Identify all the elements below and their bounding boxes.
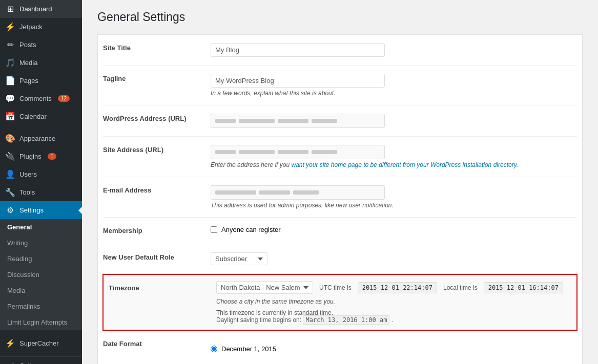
new-user-role-label: New User Default Role [103, 250, 211, 264]
appearance-icon: 🎨 [5, 134, 15, 143]
date-format-radio[interactable] [211, 346, 217, 352]
timezone-description: Choose a city in the same timezone as yo… [216, 298, 571, 305]
wp-address-label: WordPress Address (URL) [103, 112, 211, 125]
sidebar-item-label: Collapse menu [19, 362, 64, 364]
utc-label: UTC time is [319, 284, 352, 291]
wp-address-input[interactable] [211, 114, 385, 128]
tagline-input[interactable] [211, 74, 385, 88]
page-title: General Settings [97, 10, 583, 24]
timezone-top: North Dakota - New Salem UTC America/Chi… [216, 281, 571, 294]
site-address-link[interactable]: want your site home page to be different… [291, 161, 518, 168]
sidebar-item-appearance[interactable]: 🎨 Appearance [0, 130, 82, 147]
blur-block [215, 119, 236, 123]
settings-icon: ⚙ [5, 205, 15, 215]
jetpack-icon: ⚡ [5, 22, 15, 32]
sidebar-item-posts[interactable]: ✏ Posts [0, 36, 82, 54]
email-label: E-mail Address [103, 183, 211, 197]
submenu-item-limit-login[interactable]: Limit Login Attempts [0, 314, 82, 330]
date-format-options: December 1, 2015 [211, 339, 577, 359]
sidebar-item-label: Jetpack [19, 23, 43, 31]
submenu-item-reading[interactable]: Reading [0, 251, 82, 267]
blur-block [239, 150, 275, 154]
sidebar-item-label: Plugins [19, 153, 42, 160]
submenu-item-permalinks[interactable]: Permalinks [0, 298, 82, 314]
tagline-description: In a few words, explain what this site i… [211, 90, 577, 97]
submenu-item-general[interactable]: General [0, 219, 82, 235]
site-address-row: Site Address (URL) Enter the address her… [103, 137, 577, 177]
date-format-value: December 1, 2015 [211, 337, 577, 361]
sidebar-item-label: Pages [19, 77, 38, 84]
blur-block [259, 190, 290, 195]
plugins-badge: 1 [48, 153, 57, 160]
membership-checkbox-row: Anyone can register [211, 226, 577, 233]
submenu-item-discussion[interactable]: Discussion [0, 267, 82, 283]
submenu-label: Reading [7, 255, 32, 263]
posts-icon: ✏ [5, 40, 15, 50]
membership-checkbox-label[interactable]: Anyone can register [221, 226, 281, 233]
sidebar-item-label: Posts [19, 41, 36, 49]
sidebar-item-pages[interactable]: 📄 Pages [0, 72, 82, 90]
sidebar-item-dashboard[interactable]: ⊞ Dashboard [0, 0, 82, 18]
blur-block [293, 190, 319, 195]
sidebar-item-calendar[interactable]: 📅 Calendar [0, 108, 82, 125]
dst-info: This timezone is currently in standard t… [216, 309, 571, 324]
tagline-label: Tagline [103, 72, 211, 85]
pages-icon: 📄 [5, 76, 15, 85]
date-format-label: Date Format [103, 337, 211, 351]
submenu-label: Writing [7, 239, 28, 247]
new-user-role-value: Subscriber Contributor Author Editor Adm… [211, 250, 577, 267]
standard-time-msg: This timezone is currently in standard t… [216, 309, 571, 316]
blur-block [278, 150, 308, 154]
site-address-value: Enter the address here if you want your … [211, 143, 577, 170]
sidebar-item-plugins[interactable]: 🔌 Plugins 1 [0, 147, 82, 165]
wp-address-row: WordPress Address (URL) [103, 105, 577, 137]
site-address-description: Enter the address here if you want your … [211, 161, 577, 168]
settings-submenu: General Writing Reading Discussion Media… [0, 219, 82, 330]
timezone-value: North Dakota - New Salem UTC America/Chi… [216, 281, 571, 324]
site-title-input[interactable] [211, 43, 385, 57]
submenu-label: Permalinks [7, 303, 40, 310]
submenu-label: Media [7, 287, 25, 294]
supercacher-icon: ⚡ [5, 338, 15, 348]
submenu-item-writing[interactable]: Writing [0, 235, 82, 251]
new-user-role-select[interactable]: Subscriber Contributor Author Editor Adm… [211, 252, 267, 265]
site-address-input[interactable] [211, 145, 385, 159]
membership-label: Membership [103, 224, 211, 238]
dst-date: March 13, 2016 1:00 am [303, 315, 389, 325]
local-label: Local time is [443, 284, 478, 291]
site-title-row: Site Title [103, 35, 577, 66]
blur-block [215, 150, 236, 154]
sidebar-item-jetpack[interactable]: ⚡ Jetpack [0, 18, 82, 36]
sidebar-item-users[interactable]: 👤 Users [0, 165, 82, 183]
wp-address-value [211, 112, 577, 130]
timezone-section: Timezone North Dakota - New Salem UTC Am… [102, 274, 578, 331]
sidebar-item-label: Media [19, 59, 37, 67]
collapse-icon: ◀ [5, 361, 15, 364]
membership-checkbox[interactable] [211, 226, 217, 233]
email-row: E-mail Address This address is used for … [103, 177, 577, 218]
sidebar-item-settings[interactable]: ⚙ Settings [0, 201, 82, 219]
sidebar-item-label: Calendar [19, 113, 47, 120]
local-time: 2015-12-01 16:14:07 [484, 282, 563, 293]
sidebar-item-tools[interactable]: 🔧 Tools [0, 183, 82, 201]
timezone-select[interactable]: North Dakota - New Salem UTC America/Chi… [216, 281, 313, 294]
sidebar-item-media[interactable]: 🎵 Media [0, 54, 82, 72]
sidebar-item-label: SuperCacher [19, 339, 59, 347]
tools-icon: 🔧 [5, 187, 15, 197]
submenu-item-media[interactable]: Media [0, 283, 82, 298]
sidebar: ⊞ Dashboard ⚡ Jetpack ✏ Posts 🎵 Media 📄 … [0, 0, 82, 364]
sidebar-item-supercacher[interactable]: ⚡ SuperCacher [0, 334, 82, 352]
dashboard-icon: ⊞ [5, 4, 15, 14]
settings-form: Site Title Tagline In a few words, expla… [97, 34, 583, 364]
media-icon: 🎵 [5, 58, 15, 68]
sidebar-collapse-button[interactable]: ◀ Collapse menu [0, 356, 82, 364]
date-format-value-label[interactable]: December 1, 2015 [221, 345, 276, 353]
timezone-label: Timezone [109, 281, 216, 292]
site-address-label: Site Address (URL) [103, 143, 211, 157]
membership-value: Anyone can register [211, 224, 577, 235]
sidebar-item-label: Appearance [19, 135, 55, 142]
date-format-row: Date Format December 1, 2015 [103, 331, 577, 364]
sidebar-item-comments[interactable]: 💬 Comments 12 [0, 90, 82, 108]
email-input[interactable] [211, 185, 385, 200]
calendar-icon: 📅 [5, 112, 15, 121]
